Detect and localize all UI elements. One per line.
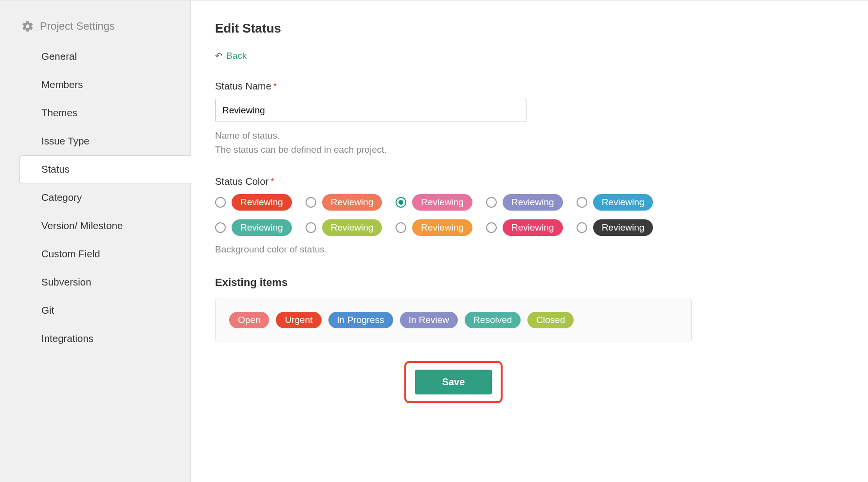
color-option-7[interactable]: Reviewing — [396, 219, 472, 236]
sidebar-item-general[interactable]: General — [0, 42, 190, 71]
color-option-2[interactable]: Reviewing — [396, 194, 472, 211]
color-preview-pill: Reviewing — [503, 219, 563, 236]
color-radio[interactable] — [215, 197, 226, 208]
color-option-1[interactable]: Reviewing — [306, 194, 382, 211]
color-preview-pill: Reviewing — [412, 194, 472, 211]
color-preview-pill: Reviewing — [232, 219, 292, 236]
sidebar-item-subversion[interactable]: Subversion — [0, 268, 190, 296]
sidebar-item-custom-field[interactable]: Custom Field — [0, 240, 190, 268]
color-radio[interactable] — [486, 222, 497, 233]
color-radio[interactable] — [306, 222, 316, 233]
save-button[interactable]: Save — [415, 370, 492, 394]
color-radio[interactable] — [396, 197, 406, 208]
existing-pill-in-progress: In Progress — [328, 312, 393, 328]
color-preview-pill: Reviewing — [412, 219, 472, 236]
color-option-8[interactable]: Reviewing — [486, 219, 563, 236]
status-color-field: Status Color* ReviewingReviewingReviewin… — [215, 176, 839, 257]
sidebar-item-integrations[interactable]: Integrations — [0, 324, 190, 353]
status-name-label: Status Name* — [215, 81, 839, 92]
gear-icon — [21, 20, 34, 33]
existing-pill-in-review: In Review — [400, 312, 458, 328]
required-asterisk: * — [271, 176, 274, 187]
sidebar-nav: GeneralMembersThemesIssue TypeStatusCate… — [0, 42, 190, 353]
color-preview-pill: Reviewing — [503, 194, 563, 211]
main-content: Edit Status ↶ Back Status Name* Name of … — [191, 0, 868, 482]
save-wrap: Save — [215, 361, 692, 403]
color-option-5[interactable]: Reviewing — [215, 219, 292, 236]
color-preview-pill: Reviewing — [593, 194, 653, 211]
sidebar-item-issue-type[interactable]: Issue Type — [0, 127, 190, 155]
existing-items-box: OpenUrgentIn ProgressIn ReviewResolvedCl… — [215, 299, 692, 341]
status-color-helper: Background color of status. — [215, 243, 839, 257]
sidebar-item-members[interactable]: Members — [0, 71, 190, 99]
existing-pill-open: Open — [229, 312, 269, 328]
existing-heading: Existing items — [215, 276, 839, 289]
status-name-helper: Name of status. The status can be define… — [215, 129, 839, 157]
sidebar-title: Project Settings — [40, 20, 115, 33]
color-radio[interactable] — [396, 222, 406, 233]
back-link[interactable]: Back — [226, 51, 247, 61]
sidebar-item-themes[interactable]: Themes — [0, 99, 190, 127]
color-option-6[interactable]: Reviewing — [306, 219, 382, 236]
required-asterisk: * — [273, 81, 277, 91]
color-radio[interactable] — [306, 197, 316, 208]
back-row[interactable]: ↶ Back — [215, 51, 839, 61]
status-name-input[interactable] — [215, 99, 526, 122]
color-radio[interactable] — [215, 222, 226, 233]
existing-pill-urgent: Urgent — [276, 312, 321, 328]
color-radio[interactable] — [577, 222, 587, 233]
color-option-0[interactable]: Reviewing — [215, 194, 292, 211]
sidebar-item-version-milestone[interactable]: Version/ Milestone — [0, 212, 190, 240]
color-option-3[interactable]: Reviewing — [486, 194, 563, 211]
sidebar: Project Settings GeneralMembersThemesIss… — [0, 0, 191, 482]
sidebar-item-category[interactable]: Category — [0, 183, 190, 212]
color-option-9[interactable]: Reviewing — [577, 219, 653, 236]
page-title: Edit Status — [215, 21, 839, 36]
sidebar-item-git[interactable]: Git — [0, 296, 190, 324]
color-preview-pill: Reviewing — [593, 219, 653, 236]
save-highlight: Save — [404, 361, 503, 403]
existing-pill-closed: Closed — [527, 312, 574, 328]
color-preview-pill: Reviewing — [322, 194, 382, 211]
color-option-4[interactable]: Reviewing — [577, 194, 653, 211]
sidebar-item-status[interactable]: Status — [19, 155, 191, 183]
sidebar-header: Project Settings — [0, 14, 190, 38]
back-icon: ↶ — [215, 51, 222, 61]
color-radio[interactable] — [577, 197, 587, 208]
status-color-label: Status Color* — [215, 176, 839, 187]
color-preview-pill: Reviewing — [232, 194, 292, 211]
color-preview-pill: Reviewing — [322, 219, 382, 236]
existing-pill-resolved: Resolved — [465, 312, 521, 328]
color-options-grid: ReviewingReviewingReviewingReviewingRevi… — [215, 194, 672, 236]
color-radio[interactable] — [486, 197, 497, 208]
status-name-field: Status Name* Name of status. The status … — [215, 81, 839, 157]
